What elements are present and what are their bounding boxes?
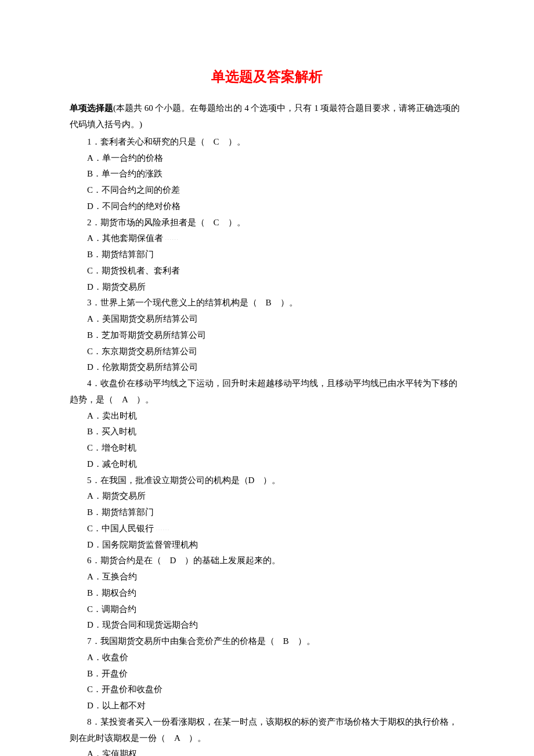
question-stem: 7．我国期货交易所中由集合竞价产生的价格是（ B ）。 <box>70 633 464 650</box>
option-D: D．期货交易所 <box>70 279 464 296</box>
answer-gap-left <box>161 556 170 565</box>
option-C: C．开盘价和收盘价 <box>70 682 464 698</box>
option-text: D．不同合约的绝对价格 <box>87 201 181 211</box>
question-number: 2 <box>87 218 92 227</box>
answer-gap-left <box>205 137 214 146</box>
answer-gap-right <box>289 636 298 646</box>
question-text-pre: ．某投资者买入一份看涨期权，在某一时点，该期权的标的资产市场价格大于期权的执行价… <box>70 717 457 743</box>
option-B: B．买入时机 <box>70 424 464 440</box>
question-7: 7．我国期货交易所中由集合竞价产生的价格是（ B ）。A．收盘价B．开盘价C．开… <box>70 633 464 714</box>
question-text-post: ）。 <box>136 395 154 404</box>
question-text-post: ）。 <box>263 476 280 485</box>
question-text-pre: ．期货合约是在（ <box>92 556 161 565</box>
answer-gap-left <box>205 218 214 227</box>
option-text: C．不同合约之间的价差 <box>87 185 180 195</box>
option-text: C．开盘价和收盘价 <box>87 685 163 694</box>
question-text-post: ）。 <box>298 636 315 646</box>
question-text-post: ）。 <box>189 733 206 743</box>
option-B: B．期货结算部门 <box>70 505 464 521</box>
instructions: 单项选择题(本题共 60 个小题。在每题给出的 4 个选项中，只有 1 项最符合… <box>70 100 464 133</box>
option-text: D．减仓时机 <box>87 459 137 469</box>
option-text: D．以上都不对 <box>87 701 146 710</box>
instructions-bold: 单项选择题 <box>70 103 113 113</box>
answer-gap-right <box>176 556 185 565</box>
question-stem: 2．期货市场的风险承担者是（ C ）。 <box>70 215 464 231</box>
option-C: C．东京期货交易所结算公司 <box>70 344 464 360</box>
question-text-post: ）。 <box>228 137 246 146</box>
option-text: B．期货结算部门 <box>87 507 154 517</box>
option-text: D．国务院期货监督管理机构 <box>87 540 198 549</box>
option-text: B．期权合约 <box>87 588 136 597</box>
option-B: B．单一合约的涨跌 <box>70 166 464 182</box>
answer-gap-right <box>180 733 189 743</box>
question-1: 1．套利者关心和研究的只是（ C ）。A．单一合约的价格B．单一合约的涨跌C．不… <box>70 134 464 215</box>
option-text: A．美国期货交易所结算公司 <box>87 314 198 323</box>
answer-gap-left <box>113 395 122 404</box>
option-text: B．单一合约的涨跌 <box>87 169 163 178</box>
question-stem: 1．套利者关心和研究的只是（ C ）。 <box>70 134 464 150</box>
option-A: A．期货交易所 <box>70 488 464 505</box>
answer-gap-right <box>219 218 228 227</box>
option-text: A．收盘价 <box>87 653 128 662</box>
answer-letter: D <box>170 556 176 565</box>
question-text-pre: ．在我国，批准设立期货公司的机构是（ <box>92 476 248 485</box>
answer-letter: C <box>214 218 219 227</box>
question-text-post: ）的基础上发展起来的。 <box>185 556 280 565</box>
option-D: D．国务院期货监督管理机构 <box>70 537 464 553</box>
answer-gap-right <box>254 476 263 485</box>
option-text: C．调期合约 <box>87 604 136 614</box>
option-text: A．单一合约的价格 <box>87 153 163 163</box>
question-number: 6 <box>87 556 92 565</box>
question-stem: 5．在我国，批准设立期货公司的机构是（D ）。 <box>70 473 464 489</box>
question-text-pre: ．期货市场的风险承担者是（ <box>92 218 205 227</box>
option-A: A．互换合约 <box>70 569 464 585</box>
question-8: 8．某投资者买入一份看涨期权，在某一时点，该期权的标的资产市场价格大于期权的执行… <box>70 714 464 756</box>
question-text-pre: ．套利者关心和研究的只是（ <box>92 137 205 146</box>
option-B: B．芝加哥期货交易所结算公司 <box>70 327 464 344</box>
question-text-pre: ．世界上第一个现代意义上的结算机构是（ <box>92 298 257 307</box>
answer-gap-right <box>272 298 280 307</box>
option-text: B．开盘价 <box>87 669 128 678</box>
question-5: 5．在我国，批准设立期货公司的机构是（D ）。A．期货交易所B．期货结算部门C．… <box>70 473 464 553</box>
question-number: 3 <box>87 298 92 307</box>
option-D: D．现货合同和现货远期合约 <box>70 617 464 633</box>
option-text: A．实值期权 <box>87 749 137 756</box>
question-3: 3．世界上第一个现代意义上的结算机构是（ B ）。A．美国期货交易所结算公司B．… <box>70 295 464 376</box>
option-text: A．卖出时机 <box>87 411 137 420</box>
instructions-text: (本题共 60 个小题。在每题给出的 4 个选项中，只有 1 项最符合题目要求，… <box>70 103 460 129</box>
question-number: 5 <box>87 476 92 485</box>
option-A: A．收盘价 <box>70 650 464 666</box>
option-text: C．期货投机者、套利者 <box>87 266 180 275</box>
option-C: C．增仓时机 <box>70 440 464 456</box>
option-text: B．芝加哥期货交易所结算公司 <box>87 330 206 340</box>
answer-gap-right <box>128 395 136 404</box>
option-A: A．单一合约的价格 <box>70 150 464 167</box>
option-A: A．实值期权 <box>70 746 464 756</box>
watermark-dots: ...... <box>163 236 179 242</box>
option-A: A．卖出时机 <box>70 408 464 424</box>
question-text-pre: ．我国期货交易所中由集合竞价产生的价格是（ <box>92 636 275 646</box>
option-text: A．期货交易所 <box>87 491 146 501</box>
option-text: D．伦敦期货交易所结算公司 <box>87 362 198 372</box>
answer-gap-left <box>275 636 283 646</box>
option-text: C．中国人民银行 <box>87 524 154 533</box>
option-D: D．减仓时机 <box>70 456 464 473</box>
option-C: C．不同合约之间的价差 <box>70 182 464 199</box>
question-stem: 3．世界上第一个现代意义上的结算机构是（ B ）。 <box>70 295 464 311</box>
question-number: 7 <box>87 636 92 646</box>
option-text: D．现货合同和现货远期合约 <box>87 620 198 629</box>
answer-letter: D <box>248 476 255 485</box>
question-number: 8 <box>87 717 92 726</box>
option-A: A．其他套期保值者 ...... <box>70 231 464 247</box>
question-text-post: ）。 <box>228 218 246 227</box>
option-text: A．互换合约 <box>87 572 137 581</box>
question-2: 2．期货市场的风险承担者是（ C ）。A．其他套期保值者 ......B．期货结… <box>70 215 464 296</box>
option-B: B．期货结算部门 <box>70 247 464 263</box>
answer-letter: B <box>266 298 272 307</box>
option-text: C．东京期货交易所结算公司 <box>87 347 197 356</box>
answer-letter: A <box>122 395 128 404</box>
question-4: 4．收盘价在移动平均线之下运动，回升时未超越移动平均线，且移动平均线已由水平转为… <box>70 376 464 473</box>
option-text: B．期货结算部门 <box>87 250 154 259</box>
question-stem-wrap: 4．收盘价在移动平均线之下运动，回升时未超越移动平均线，且移动平均线已由水平转为… <box>70 376 464 408</box>
option-D: D．以上都不对 <box>70 698 464 714</box>
